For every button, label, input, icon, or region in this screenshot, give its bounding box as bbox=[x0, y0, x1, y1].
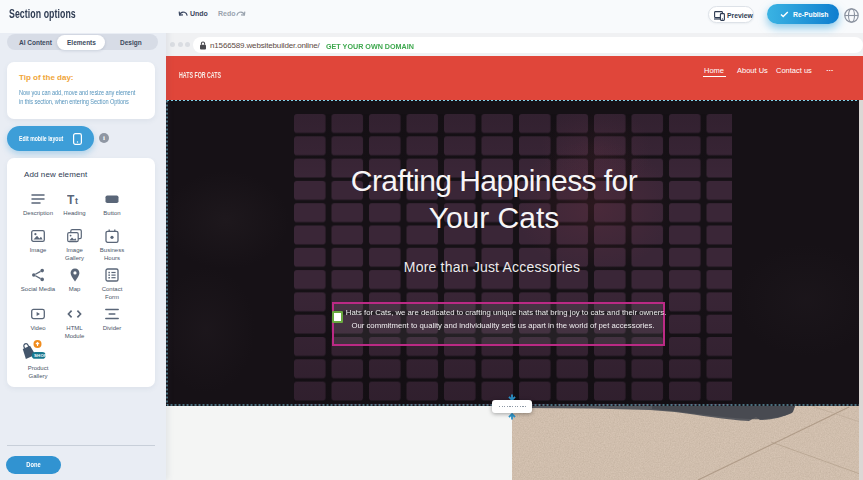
svg-text:SHOP: SHOP bbox=[34, 353, 47, 358]
svg-text:t: t bbox=[75, 196, 78, 206]
svg-text:T: T bbox=[67, 193, 75, 207]
